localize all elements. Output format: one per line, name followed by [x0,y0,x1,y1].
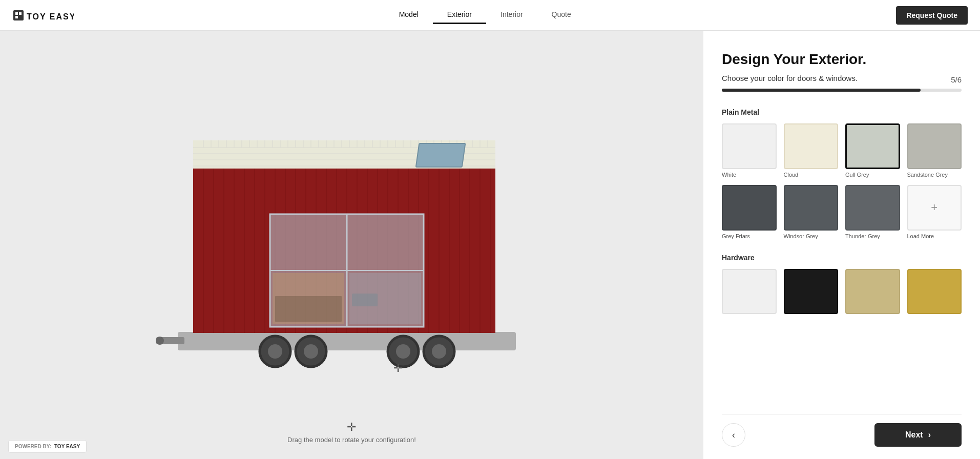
panel-title: Design Your Exterior. [722,51,962,68]
step-counter: 5/6 [951,75,962,84]
header: TOY EASY Model Exterior Interior Quote R… [0,0,980,31]
swatch-hw-white[interactable] [722,269,777,317]
swatch-hw-gold-2[interactable] [907,269,962,317]
svg-rect-2 [19,12,22,15]
panel-subtitle: Choose your color for doors & windows. [722,74,858,82]
swatch-load-more[interactable]: + Load More [907,185,962,239]
house-illustration: ✛ [152,112,552,378]
chevron-left-icon: ‹ [732,430,735,441]
tab-quote[interactable]: Quote [537,6,586,24]
house-svg: ✛ [152,112,552,378]
next-button[interactable]: Next › [874,423,962,447]
swatch-white[interactable]: White [722,123,777,178]
right-panel: Design Your Exterior. Choose your color … [703,31,980,459]
svg-text:TOY EASY: TOY EASY [27,12,74,21]
svg-rect-3 [15,16,18,18]
hardware-label: Hardware [722,254,962,262]
logo: TOY EASY [12,7,74,24]
swatch-sandstone-grey[interactable]: Sandstone Grey [907,123,962,178]
hardware-grid [722,269,962,317]
swatch-cloud[interactable]: Cloud [784,123,839,178]
swatch-hw-black[interactable] [784,269,839,317]
svg-rect-95 [275,296,342,322]
plain-metal-label: Plain Metal [722,108,962,116]
svg-text:✛: ✛ [393,362,403,374]
plain-metal-grid: White Cloud Gull Grey Sandstone Grey Gre… [722,123,962,239]
drag-hint: ✛ Drag the model to rotate your configur… [287,421,416,444]
progress-bar-fill [722,89,921,92]
request-quote-button[interactable]: Request Quote [896,6,968,25]
tab-interior[interactable]: Interior [486,6,537,24]
main-layout: ✛ ✛ Drag the model to rotate your config… [0,31,980,459]
svg-point-7 [156,337,164,345]
powered-by: POWERED BY: TOY EASY [8,440,87,453]
swatch-thunder-grey[interactable]: Thunder Grey [845,185,900,239]
chevron-right-icon: › [928,430,931,440]
swatch-grey-friars[interactable]: Grey Friars [722,185,777,239]
move-icon: ✛ [287,421,416,434]
svg-rect-89 [415,143,465,167]
panel-footer: ‹ Next › [722,414,962,459]
swatch-windsor-grey[interactable]: Windsor Grey [784,185,839,239]
tab-model[interactable]: Model [385,6,433,24]
svg-rect-0 [13,10,24,20]
svg-rect-1 [15,12,18,15]
back-button[interactable]: ‹ [722,423,745,447]
svg-rect-96 [352,294,378,306]
3d-viewer[interactable]: ✛ ✛ Drag the model to rotate your config… [0,31,703,459]
subtitle-row: Choose your color for doors & windows. 5… [722,74,962,86]
svg-point-13 [396,344,410,359]
svg-point-11 [304,344,318,359]
svg-rect-5 [178,332,516,350]
swatch-hw-gold-1[interactable] [845,269,900,317]
plus-icon: + [931,201,937,214]
logo-icon: TOY EASY [12,7,74,24]
nav-tabs: Model Exterior Interior Quote [385,6,586,24]
swatch-gull-grey[interactable]: Gull Grey [845,123,900,178]
tab-exterior[interactable]: Exterior [433,6,486,24]
svg-point-15 [432,344,446,359]
svg-point-9 [268,344,282,359]
progress-bar-track [722,89,962,92]
